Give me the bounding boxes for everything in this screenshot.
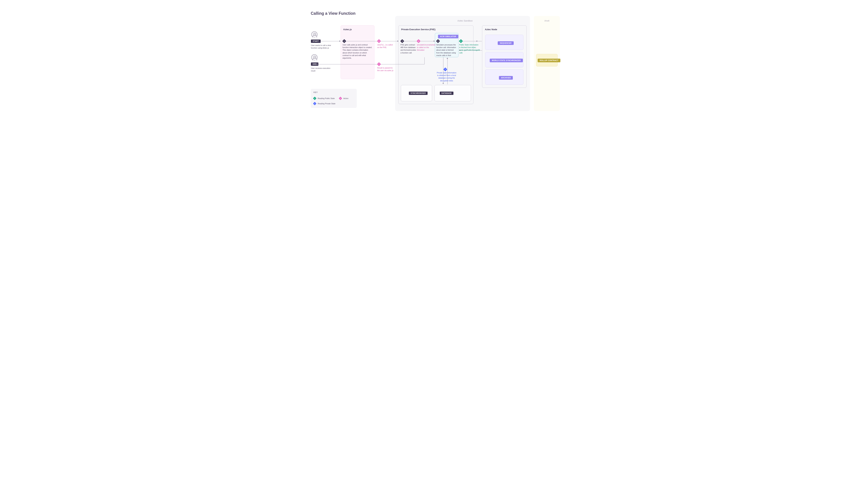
step-6-text: Public State information is fetched from… bbox=[459, 44, 480, 54]
legend-action-icon: 1 bbox=[339, 97, 342, 100]
step-7-text: Private state information is obtained fr… bbox=[437, 72, 456, 82]
anvil-label: Anvil bbox=[544, 20, 549, 22]
archiver-badge: ARCHIVER bbox=[499, 76, 513, 80]
end-caption: User receives execution result bbox=[311, 67, 335, 72]
start-caption: User wants to call a view function using… bbox=[311, 44, 335, 49]
pxe-title: Private Execution Service (PXE) bbox=[401, 28, 436, 31]
user-start-icon bbox=[311, 31, 318, 38]
step-5-text: Simulator processes the function call. I… bbox=[436, 44, 457, 57]
synchroniser-badge: SYNCHRONISER bbox=[409, 92, 428, 95]
acir-badge: ACIR SIMULATOR bbox=[438, 35, 458, 38]
legend-title: KEY bbox=[313, 91, 354, 93]
arrowhead-start-1 bbox=[339, 41, 341, 42]
arrowhead-7-up bbox=[447, 57, 448, 59]
sequencer-badge: SEQUENCER bbox=[498, 41, 514, 45]
database-badge: DATABASE bbox=[440, 92, 453, 95]
arrowhead-3-5 bbox=[433, 41, 435, 42]
legend-public-label: Reading Public State bbox=[318, 97, 335, 99]
rollup-badge: ROLLUP CONTRACT bbox=[538, 59, 560, 62]
wss-badge: WORLD STATE SYNCHRONIZER bbox=[490, 59, 523, 62]
diagram-canvas: Calling a View Function Aztec Sandbox An… bbox=[298, 0, 570, 115]
step-2-text: viewTx(...) is called on the PXE. bbox=[377, 44, 395, 49]
step-3-text: PXE gets contract ABI from database and … bbox=[400, 44, 417, 54]
arrowhead-return bbox=[316, 64, 318, 65]
arrowhead-7-down bbox=[443, 83, 444, 84]
step-8-marker: 7 bbox=[377, 62, 381, 66]
step-1-text: User calls aztec.js and contract functio… bbox=[343, 44, 372, 59]
diagram-title: Calling a View Function bbox=[311, 11, 355, 16]
user-end-icon bbox=[311, 54, 318, 60]
arrowhead-5-6 bbox=[476, 41, 478, 42]
legend-private-icon: 1 bbox=[313, 102, 316, 105]
aztecjs-title: Aztec.js bbox=[343, 28, 352, 31]
step-2-marker: 2 bbox=[377, 39, 381, 43]
node-title: Aztec Node bbox=[485, 28, 497, 31]
sandbox-label: Aztec Sandbox bbox=[458, 20, 472, 22]
legend-public-icon: 1 bbox=[313, 97, 316, 100]
legend-action-label: Action bbox=[344, 97, 348, 99]
arrowhead-1-3 bbox=[397, 41, 399, 42]
legend-box: KEY 1 Reading Public State 1 Reading Pri… bbox=[311, 89, 357, 108]
step-4-text: simulateUnconstrained is called on the S… bbox=[417, 44, 434, 51]
step-8-text: Result is passed to the user via aztec.j… bbox=[377, 67, 395, 72]
legend-private-label: Reading Private State bbox=[318, 102, 335, 105]
